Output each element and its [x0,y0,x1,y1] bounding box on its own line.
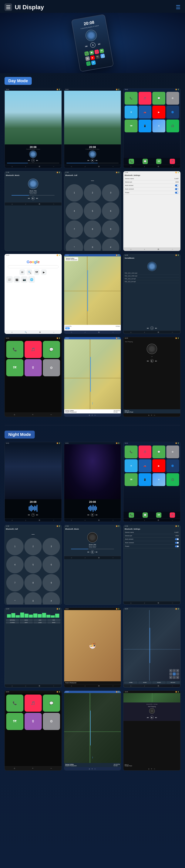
app-grid-spotify[interactable]: 🎧 [166,120,179,132]
eq-btn-4[interactable]: POP [47,619,60,621]
bottom-maps[interactable]: 🗺 [156,159,161,164]
eq-btn-3[interactable]: JAZZ [33,619,47,621]
n-key-6[interactable]: 6 [43,556,60,573]
n-key-4[interactable]: 4 [6,556,24,573]
eq-btn-1[interactable]: NATURAL [6,619,19,621]
dir-up-left[interactable]: ↖ [169,669,173,672]
key-4[interactable]: 4 [66,202,83,220]
cp-phone[interactable]: 📞 [6,341,23,358]
cp-msgs[interactable]: 💬 [43,341,60,358]
bottom-music[interactable]: 🎵 [170,159,175,164]
n-app-music[interactable]: 🎵 [138,445,151,458]
n-key-hash[interactable]: # [43,592,60,604]
n-cp-maps[interactable]: 🗺 [6,713,23,730]
app-grid-maps[interactable]: 🗺 [125,120,137,132]
key-hash[interactable]: # [102,239,119,251]
google-youtube[interactable]: ▶ [41,270,47,275]
app-grid-yt[interactable]: ▶ [152,105,165,118]
n-toggle-power[interactable] [175,546,179,547]
cp-maps[interactable]: 🗺 [6,359,23,376]
n-app-telegram[interactable]: ✈ [125,459,137,472]
key-5[interactable]: 5 [84,202,101,220]
google-search-icon[interactable]: 🔍 [27,270,32,275]
dir-up-right[interactable]: ↗ [176,669,179,672]
app-grid-bt[interactable]: 🔵 [166,105,179,118]
n-bottom-maps[interactable]: 🗺 [156,513,161,518]
quick-link-2[interactable]: 🎬 [14,276,20,283]
n-app-yt[interactable]: ▶ [152,459,165,472]
bottom-phone[interactable]: 📞 [129,159,134,164]
n-key-9[interactable]: 9 [43,574,60,591]
google-gmail[interactable]: ✉ [20,270,25,275]
google-maps-icon[interactable]: 🗺 [34,270,39,275]
eq-btn-8[interactable]: BASS [47,622,60,623]
cp-podcast[interactable]: 🎙 [25,359,42,376]
n-app-phone[interactable]: 📞 [125,445,137,458]
n-cp-settings[interactable]: ⚙ [43,713,60,730]
n-cp-msgs[interactable]: 💬 [43,694,60,712]
n-app-bt[interactable]: 🔵 [166,459,179,472]
n-key-2[interactable]: 2 [24,538,42,555]
n-bottom-music[interactable]: 🎵 [170,513,175,518]
go-button[interactable]: GO [65,327,70,329]
key-8[interactable]: 8 [84,220,101,238]
n-app-store[interactable]: 📱 [138,473,151,486]
n-toggle-auto-connect[interactable] [175,542,179,544]
cp-settings[interactable]: ⚙ [43,359,60,376]
app-grid-weather[interactable]: ☀ [152,120,165,132]
key-1[interactable]: 1 [66,184,83,202]
app-grid-msgs[interactable]: 💬 [152,92,165,105]
app-grid-wechat[interactable]: 🚗 [138,105,151,118]
dir-left[interactable]: ← [169,673,173,676]
toggle-auto-answer[interactable] [175,185,179,186]
toggle-auto-connect[interactable] [175,188,179,190]
dest-btn-4[interactable]: RECENT [166,681,180,684]
key-9[interactable]: 9 [102,220,119,238]
n-toggle-auto-answer[interactable] [175,538,179,540]
n-app-wechat[interactable]: 🚗 [138,459,151,472]
key-7[interactable]: 7 [66,220,83,238]
dest-btn-1[interactable]: HOME [124,681,137,684]
dir-center[interactable]: ○ [173,673,176,676]
n-app-weather[interactable]: ☀ [152,473,165,486]
app-grid-store[interactable]: 📱 [138,120,151,132]
eq-btn-5[interactable]: CLASSIC [6,622,19,623]
eq-btn-6[interactable]: SOFT [20,622,33,623]
n-app-settings[interactable]: ⚙ [166,445,179,458]
n-cp-phone[interactable]: 📞 [6,694,23,712]
dir-down[interactable]: ↓ [173,676,176,679]
toggle-power[interactable] [175,192,179,194]
n-key-3[interactable]: 3 [43,538,60,555]
app-grid-phone[interactable]: 📞 [125,92,137,105]
n-key-star[interactable]: * [6,592,24,604]
key-2[interactable]: 2 [84,184,101,202]
n-cp-podcast[interactable]: 🎙 [25,713,42,730]
google-search[interactable] [8,265,58,268]
n-key-5[interactable]: 5 [24,556,42,573]
dir-up[interactable]: ↑ [173,669,176,672]
eq-btn-2[interactable]: ROCK [20,619,33,621]
cp-music[interactable]: 🎵 [25,341,42,358]
app-grid-settings[interactable]: ⚙ [166,92,179,105]
app-grid-telegram[interactable]: ✈ [125,105,137,118]
dest-btn-2[interactable]: WORK [138,681,152,684]
dest-btn-3[interactable]: SAVED [152,681,165,684]
quick-link-3[interactable]: 📷 [21,276,28,283]
key-6[interactable]: 6 [102,202,119,220]
n-key-7[interactable]: 7 [6,574,24,591]
quick-link-1[interactable]: 📰 [6,276,13,283]
quick-link-4[interactable]: 🌐 [28,276,35,283]
key-star[interactable]: * [66,239,83,251]
menu-icon[interactable] [4,3,12,11]
n-key-1[interactable]: 1 [6,538,24,555]
app-grid-music[interactable]: 🎵 [138,92,151,105]
nav-hamburger-icon[interactable]: ☰ [176,4,181,10]
n-bottom-msgs[interactable]: 💬 [142,513,148,518]
n-cp-music[interactable]: 🎵 [25,694,42,712]
n-bottom-phone[interactable]: 📞 [129,513,134,518]
n-key-8[interactable]: 8 [24,574,42,591]
eq-btn-7[interactable]: LOUD [33,622,47,623]
n-key-0[interactable]: 0 [24,592,42,604]
dir-down-left[interactable]: ↙ [169,676,173,679]
dir-down-right[interactable]: ↘ [176,676,179,679]
